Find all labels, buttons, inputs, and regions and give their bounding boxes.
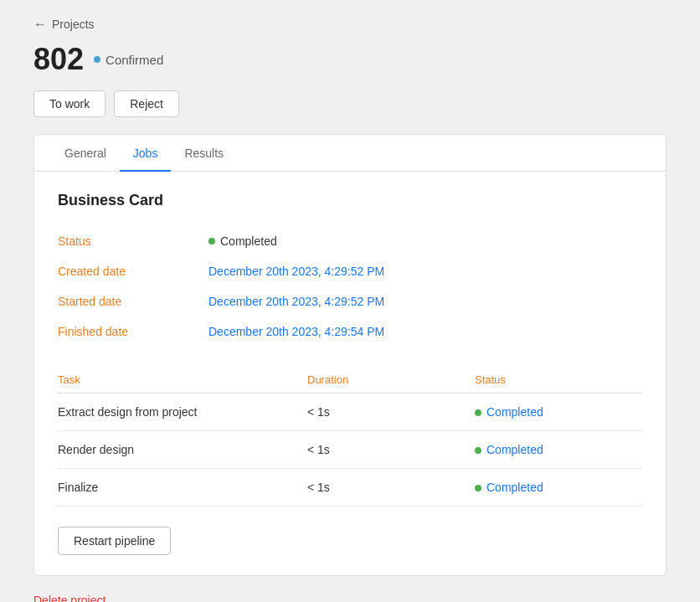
info-grid: Status Completed Created date December 2…: [58, 226, 642, 347]
project-header: 802 Confirmed: [33, 42, 667, 77]
to-work-button[interactable]: To work: [33, 90, 106, 117]
task-col-header: Task: [58, 367, 307, 394]
back-label: Projects: [52, 18, 95, 31]
confirmed-dot-icon: [94, 56, 100, 63]
task-status-dot-icon: [475, 447, 481, 454]
status-col-header: Status: [475, 367, 642, 394]
tabs: General Jobs Results: [34, 135, 666, 172]
main-card: General Jobs Results Business Card Statu…: [33, 134, 667, 576]
finished-label: Finished date: [58, 316, 208, 347]
task-status-dot-icon: [475, 485, 481, 491]
tab-jobs[interactable]: Jobs: [120, 135, 172, 172]
section-title: Business Card: [58, 192, 642, 209]
task-name-cell: Extract design from project: [58, 394, 307, 431]
task-status-text: Completed: [486, 443, 543, 456]
back-arrow-icon: ←: [33, 17, 47, 32]
task-status-text: Completed: [486, 481, 543, 494]
task-status-cell: Completed: [475, 394, 642, 431]
started-label: Started date: [58, 286, 208, 316]
task-status-text: Completed: [486, 405, 543, 419]
task-status-dot-icon: [475, 409, 481, 416]
created-value: December 20th 2023, 4:29:52 PM: [208, 256, 642, 286]
delete-project-button[interactable]: Delete project: [33, 594, 106, 602]
table-row: Extract design from project< 1sCompleted: [58, 394, 642, 431]
project-status: Confirmed: [106, 53, 163, 67]
status-value: Completed: [208, 226, 642, 256]
task-duration-cell: < 1s: [307, 469, 475, 507]
project-id: 802: [33, 42, 84, 77]
action-buttons: To work Reject: [33, 90, 667, 117]
task-duration-cell: < 1s: [307, 394, 475, 431]
status-label: Status: [58, 226, 208, 256]
restart-pipeline-button[interactable]: Restart pipeline: [58, 527, 171, 555]
duration-col-header: Duration: [307, 367, 475, 394]
created-label: Created date: [58, 256, 208, 286]
task-status-cell: Completed: [475, 469, 642, 507]
started-value: December 20th 2023, 4:29:52 PM: [208, 286, 642, 316]
tab-general[interactable]: General: [51, 135, 120, 172]
task-status-cell: Completed: [475, 431, 642, 469]
tab-results[interactable]: Results: [171, 135, 237, 172]
status-badge: Confirmed: [94, 53, 163, 67]
back-link[interactable]: ← Projects: [33, 17, 95, 32]
task-name-cell: Render design: [58, 431, 307, 469]
card-body: Business Card Status Completed Created d…: [34, 172, 666, 575]
tasks-table: Task Duration Status Extract design from…: [58, 367, 642, 507]
task-duration-cell: < 1s: [307, 431, 475, 469]
table-row: Render design< 1sCompleted: [58, 431, 642, 469]
reject-button[interactable]: Reject: [114, 90, 179, 117]
table-row: Finalize< 1sCompleted: [58, 469, 642, 507]
status-green-dot-icon: [208, 238, 215, 244]
task-name-cell: Finalize: [58, 469, 307, 507]
finished-value: December 20th 2023, 4:29:54 PM: [208, 316, 642, 347]
